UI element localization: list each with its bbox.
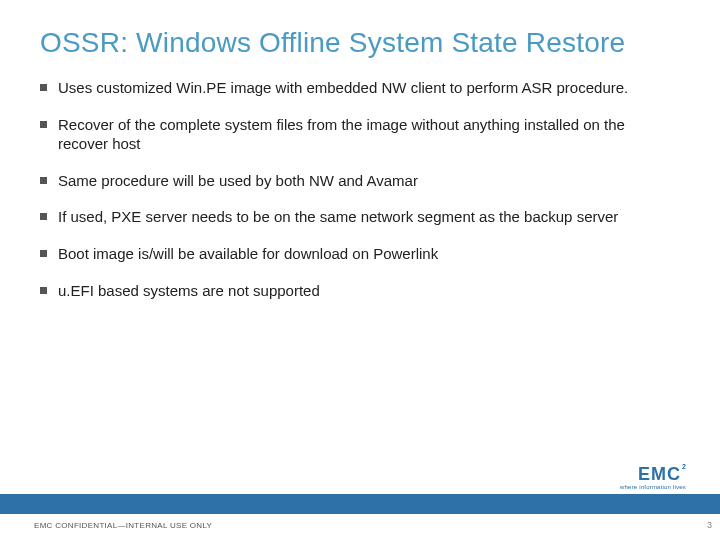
list-item: If used, PXE server needs to be on the s… — [40, 208, 660, 227]
list-item: Same procedure will be used by both NW a… — [40, 172, 660, 191]
list-item: Uses customized Win.PE image with embedd… — [40, 79, 660, 98]
bullet-text: Uses customized Win.PE image with embedd… — [58, 79, 628, 96]
footer-bar — [0, 494, 720, 514]
page-number: 3 — [707, 520, 712, 530]
list-item: Boot image is/will be available for down… — [40, 245, 660, 264]
list-item: Recover of the complete system files fro… — [40, 116, 660, 154]
bullet-text: Boot image is/will be available for down… — [58, 245, 438, 262]
logo-text: EMC2 — [620, 465, 686, 483]
logo-superscript: 2 — [682, 463, 687, 470]
bullet-list: Uses customized Win.PE image with embedd… — [40, 79, 680, 300]
slide-title: OSSR: Windows Offline System State Resto… — [40, 28, 680, 57]
bullet-text: Recover of the complete system files fro… — [58, 116, 625, 152]
logo-tagline: where information lives — [620, 484, 686, 490]
logo-main-text: EMC — [638, 464, 681, 484]
list-item: u.EFI based systems are not supported — [40, 282, 660, 301]
slide: OSSR: Windows Offline System State Resto… — [0, 0, 720, 540]
bullet-text: Same procedure will be used by both NW a… — [58, 172, 418, 189]
bullet-text: If used, PXE server needs to be on the s… — [58, 208, 618, 225]
footer-confidential: EMC CONFIDENTIAL—INTERNAL USE ONLY — [34, 521, 212, 530]
brand-logo: EMC2 where information lives — [620, 465, 686, 490]
bullet-text: u.EFI based systems are not supported — [58, 282, 320, 299]
